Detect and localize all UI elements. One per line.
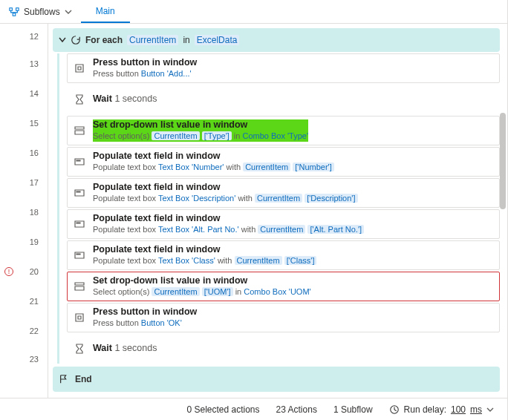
action-dropdown[interactable]: Set drop-down list value in windowSelect… [67, 272, 500, 301]
foreach-var: CurrentItem [127, 35, 178, 45]
wait-icon [74, 343, 85, 355]
status-bar: 0 Selected actions 23 Actions 1 Subflow … [0, 398, 507, 420]
action-populate[interactable]: Populate text field in windowPopulate te… [67, 147, 500, 177]
populate-icon [74, 156, 85, 168]
action-populate[interactable]: Populate text field in windowPopulate te… [67, 209, 500, 239]
flow-canvas: For each CurrentItem in ExcelData Press … [48, 24, 507, 398]
action-populate[interactable]: Populate text field in windowPopulate te… [67, 240, 500, 270]
tab-main-label: Main [96, 6, 115, 16]
svg-rect-1 [16, 7, 19, 10]
line-number: 22 [0, 316, 39, 346]
action-dropdown[interactable]: Set drop-down list value in windowSelect… [67, 116, 500, 145]
line-number: 21 [0, 286, 39, 316]
line-number: 15 [0, 108, 39, 138]
line-number: 16 [0, 138, 39, 168]
foreach-block: For each CurrentItem in ExcelData Press … [53, 28, 500, 392]
foreach-header[interactable]: For each CurrentItem in ExcelData [53, 28, 500, 52]
foreach-in: in [183, 35, 189, 45]
subflows-dropdown[interactable]: Subflows [0, 0, 81, 23]
line-number: 17 [0, 168, 39, 197]
dropdown-icon [74, 280, 85, 292]
action-wait[interactable]: Wait 1 seconds [67, 85, 500, 114]
chevron-down-icon [65, 8, 72, 16]
action-press[interactable]: Press button in windowPress button Butto… [67, 53, 500, 83]
subflows-label: Subflows [24, 7, 60, 17]
subflows-icon [9, 7, 19, 17]
foreach-source: ExcelData [195, 35, 240, 45]
foreach-body: Press button in windowPress button Butto… [57, 53, 500, 364]
flag-icon [59, 374, 69, 384]
clock-icon [389, 404, 400, 415]
foreach-label: For each [85, 35, 123, 45]
foreach-end[interactable]: End [53, 367, 500, 392]
line-gutter: 1213141516171819!20212223 [0, 24, 48, 398]
populate-icon [74, 249, 85, 261]
status-actions: 23 Actions [276, 404, 317, 415]
status-selected: 0 Selected actions [186, 404, 259, 415]
action-populate[interactable]: Populate text field in windowPopulate te… [67, 178, 500, 208]
line-number: 14 [0, 79, 39, 108]
run-delay-value: 100 [451, 404, 466, 415]
chevron-down-icon [486, 406, 494, 413]
populate-icon [74, 218, 85, 230]
end-label: End [75, 374, 92, 384]
editor-body: 1213141516171819!20212223 For each Curre… [0, 24, 507, 398]
run-delay-control[interactable]: Run delay: 100 ms [389, 404, 494, 415]
run-delay-unit: ms [470, 404, 482, 415]
line-number: 12 [0, 24, 39, 49]
line-number: 18 [0, 197, 39, 227]
svg-rect-0 [10, 7, 13, 10]
svg-rect-2 [13, 13, 16, 16]
tab-bar: Subflows Main [0, 0, 507, 24]
populate-icon [74, 187, 85, 199]
action-press[interactable]: Press button in windowPress button Butto… [67, 303, 500, 332]
wait-icon [74, 93, 85, 105]
loop-icon [71, 35, 81, 45]
status-subflows: 1 Subflow [333, 404, 373, 415]
line-number: 13 [0, 49, 39, 79]
app-root: Subflows Main 1213141516171819!20212223 … [0, 0, 508, 420]
scrollbar-thumb[interactable] [500, 113, 506, 209]
collapse-chevron-icon [59, 36, 66, 44]
scrollbar-track[interactable] [498, 24, 506, 398]
line-number: 19 [0, 227, 39, 257]
run-delay-label: Run delay: [404, 404, 446, 415]
press-icon [74, 312, 85, 324]
error-indicator-icon[interactable]: ! [4, 267, 13, 276]
dropdown-icon [74, 125, 85, 137]
line-number: 23 [0, 346, 39, 373]
press-icon [74, 62, 85, 74]
tab-main[interactable]: Main [81, 0, 130, 23]
line-number: !20 [0, 257, 39, 286]
action-wait[interactable]: Wait 1 seconds [67, 334, 500, 364]
